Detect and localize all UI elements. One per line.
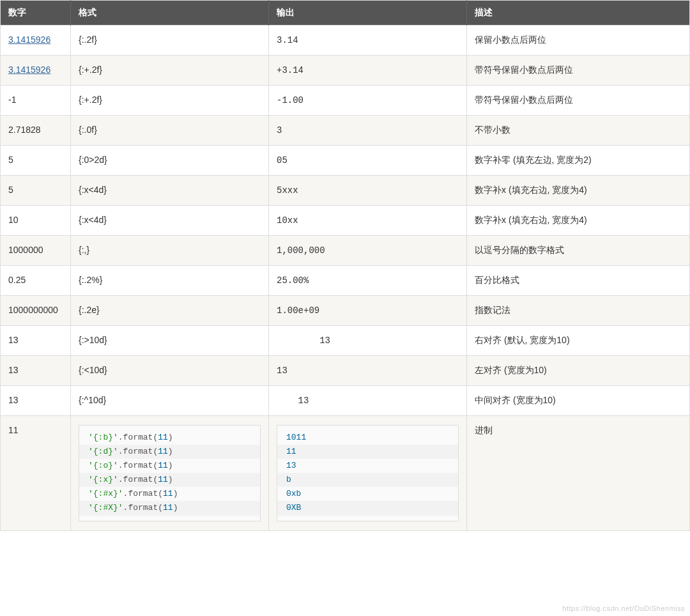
code-line: '{:x}'.format(11): [79, 473, 260, 487]
cell-number: 13: [1, 326, 71, 356]
output-code-block: 10111113b0xb0XB: [277, 425, 459, 521]
table-row: 0.25{:.2%}25.00%百分比格式: [1, 266, 690, 296]
code-line: 0xb: [277, 487, 458, 501]
cell-description: 左对齐 (宽度为10): [467, 356, 690, 386]
cell-output: 13: [269, 326, 467, 356]
format-code-block: '{:b}'.format(11)'{:d}'.format(11)'{:o}'…: [79, 425, 261, 521]
number-link[interactable]: 3.1415926: [8, 35, 50, 45]
cell-output: 25.00%: [269, 266, 467, 296]
cell-number: -1: [1, 86, 71, 116]
cell-format: {:x<4d}: [71, 176, 269, 206]
cell-format: {:.0f}: [71, 116, 269, 146]
number-link[interactable]: 3.1415926: [8, 65, 50, 75]
code-line: '{:#x}'.format(11): [79, 487, 260, 501]
cell-number: 1000000000: [1, 296, 71, 326]
table-row: 13{:<10d}13左对齐 (宽度为10): [1, 356, 690, 386]
cell-format-code: '{:b}'.format(11)'{:d}'.format(11)'{:o}'…: [71, 416, 269, 531]
cell-description: 数字补零 (填充左边, 宽度为2): [467, 146, 690, 176]
cell-format: {:<10d}: [71, 356, 269, 386]
cell-output: 05: [269, 146, 467, 176]
cell-output-code: 10111113b0xb0XB: [269, 416, 467, 531]
table-row: 13{:>10d} 13右对齐 (默认, 宽度为10): [1, 326, 690, 356]
cell-description: 百分比格式: [467, 266, 690, 296]
table-row: 5{:0>2d}05数字补零 (填充左边, 宽度为2): [1, 146, 690, 176]
cell-number: 2.71828: [1, 116, 71, 146]
cell-output: 5xxx: [269, 176, 467, 206]
cell-output: +3.14: [269, 56, 467, 86]
cell-output: 1.00e+09: [269, 296, 467, 326]
cell-description: 不带小数: [467, 116, 690, 146]
cell-format: {:>10d}: [71, 326, 269, 356]
cell-format: {:.2%}: [71, 266, 269, 296]
table-row: 5{:x<4d}5xxx数字补x (填充右边, 宽度为4): [1, 176, 690, 206]
header-output: 输出: [269, 1, 467, 26]
cell-format: {:+.2f}: [71, 56, 269, 86]
table-header-row: 数字 格式 输出 描述: [1, 1, 690, 26]
cell-format: {:,}: [71, 236, 269, 266]
cell-number: 3.1415926: [1, 56, 71, 86]
cell-number: 5: [1, 146, 71, 176]
cell-description: 进制: [467, 416, 690, 531]
cell-number: 13: [1, 386, 71, 416]
cell-output: 13: [269, 356, 467, 386]
header-description: 描述: [467, 1, 690, 26]
cell-description: 中间对齐 (宽度为10): [467, 386, 690, 416]
cell-format: {:0>2d}: [71, 146, 269, 176]
header-number: 数字: [1, 1, 71, 26]
code-line: '{:#X}'.format(11): [79, 501, 260, 515]
cell-output: 3.14: [269, 26, 467, 56]
code-line: '{:d}'.format(11): [79, 445, 260, 459]
cell-number: 11: [1, 416, 71, 531]
header-format: 格式: [71, 1, 269, 26]
cell-format: {:^10d}: [71, 386, 269, 416]
cell-description: 以逗号分隔的数字格式: [467, 236, 690, 266]
code-line: 0XB: [277, 501, 458, 515]
code-line: b: [277, 473, 458, 487]
cell-output: -1.00: [269, 86, 467, 116]
format-table: 数字 格式 输出 描述 3.1415926{:.2f}3.14保留小数点后两位3…: [0, 0, 690, 531]
table-row: 3.1415926{:.2f}3.14保留小数点后两位: [1, 26, 690, 56]
cell-number: 0.25: [1, 266, 71, 296]
cell-output: 1,000,000: [269, 236, 467, 266]
cell-format: {:.2e}: [71, 296, 269, 326]
code-line: '{:o}'.format(11): [79, 459, 260, 473]
cell-format: {:x<4d}: [71, 206, 269, 236]
table-row: -1{:+.2f}-1.00带符号保留小数点后两位: [1, 86, 690, 116]
cell-number: 1000000: [1, 236, 71, 266]
cell-description: 指数记法: [467, 296, 690, 326]
cell-description: 右对齐 (默认, 宽度为10): [467, 326, 690, 356]
cell-number: 3.1415926: [1, 26, 71, 56]
code-line: 1011: [277, 431, 458, 445]
cell-output: 10xx: [269, 206, 467, 236]
cell-number: 5: [1, 176, 71, 206]
cell-format: {:+.2f}: [71, 86, 269, 116]
code-line: 11: [277, 445, 458, 459]
table-row: 1000000{:,}1,000,000以逗号分隔的数字格式: [1, 236, 690, 266]
table-row: 1000000000{:.2e}1.00e+09指数记法: [1, 296, 690, 326]
table-row: 10{:x<4d}10xx数字补x (填充右边, 宽度为4): [1, 206, 690, 236]
code-line: 13: [277, 459, 458, 473]
cell-output: 3: [269, 116, 467, 146]
cell-description: 保留小数点后两位: [467, 26, 690, 56]
table-body: 3.1415926{:.2f}3.14保留小数点后两位3.1415926{:+.…: [1, 26, 690, 531]
cell-description: 数字补x (填充右边, 宽度为4): [467, 206, 690, 236]
cell-number: 10: [1, 206, 71, 236]
table-row: 2.71828{:.0f}3不带小数: [1, 116, 690, 146]
cell-number: 13: [1, 356, 71, 386]
cell-format: {:.2f}: [71, 26, 269, 56]
table-row: 13{:^10d} 13中间对齐 (宽度为10): [1, 386, 690, 416]
cell-description: 带符号保留小数点后两位: [467, 56, 690, 86]
cell-output: 13: [269, 386, 467, 416]
table-row: 3.1415926{:+.2f}+3.14带符号保留小数点后两位: [1, 56, 690, 86]
cell-description: 带符号保留小数点后两位: [467, 86, 690, 116]
code-line: '{:b}'.format(11): [79, 431, 260, 445]
cell-description: 数字补x (填充右边, 宽度为4): [467, 176, 690, 206]
table-row-code: 11'{:b}'.format(11)'{:d}'.format(11)'{:o…: [1, 416, 690, 531]
